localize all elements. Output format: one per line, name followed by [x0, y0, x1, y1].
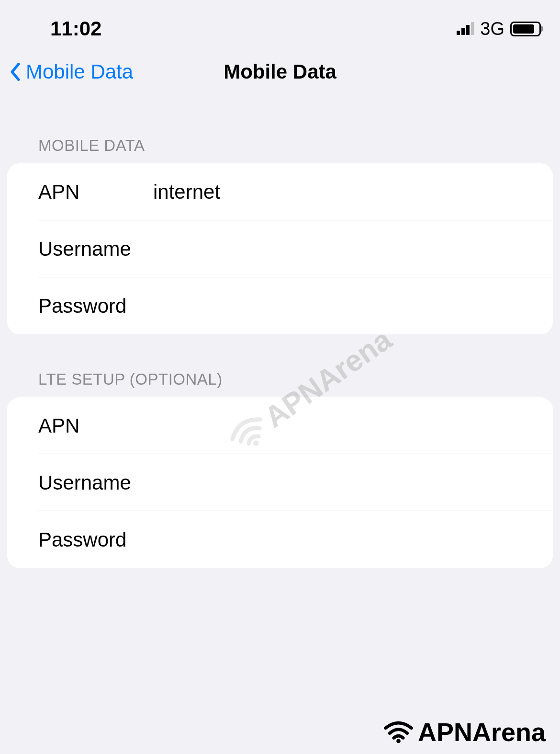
card-mobile-data: APN Username Password	[7, 163, 553, 334]
row-mobile-data-password[interactable]: Password	[7, 277, 553, 334]
page-title: Mobile Data	[224, 60, 336, 83]
network-type: 3G	[480, 19, 504, 39]
label-lte-apn: APN	[38, 414, 153, 437]
svg-point-1	[396, 739, 401, 743]
card-lte-setup: APN Username Password	[7, 397, 553, 568]
label-apn: APN	[38, 181, 153, 204]
label-lte-username: Username	[38, 471, 153, 494]
input-lte-password[interactable]	[153, 528, 534, 551]
status-right: 3G	[457, 19, 541, 39]
back-button[interactable]: Mobile Data	[9, 60, 133, 83]
watermark-bottom: APNArena	[383, 717, 546, 747]
signal-icon	[457, 23, 474, 35]
section-header-mobile-data: MOBILE DATA	[0, 101, 560, 163]
row-lte-username[interactable]: Username	[7, 454, 553, 511]
status-bar: 11:02 3G	[0, 0, 560, 53]
label-password: Password	[38, 295, 153, 318]
nav-bar: Mobile Data Mobile Data	[0, 53, 560, 101]
back-label: Mobile Data	[26, 60, 133, 83]
status-time: 11:02	[19, 17, 101, 40]
input-mobile-data-password[interactable]	[153, 295, 534, 318]
input-lte-apn[interactable]	[153, 414, 534, 437]
input-mobile-data-apn[interactable]	[153, 181, 534, 204]
label-lte-password: Password	[38, 528, 153, 551]
section-header-lte: LTE SETUP (OPTIONAL)	[0, 334, 560, 397]
chevron-left-icon	[9, 63, 22, 81]
label-username: Username	[38, 238, 153, 261]
row-lte-apn[interactable]: APN	[7, 397, 553, 454]
battery-icon	[510, 22, 541, 36]
row-mobile-data-username[interactable]: Username	[7, 220, 553, 277]
row-mobile-data-apn[interactable]: APN	[7, 163, 553, 220]
row-lte-password[interactable]: Password	[7, 511, 553, 568]
input-lte-username[interactable]	[153, 471, 534, 494]
input-mobile-data-username[interactable]	[153, 238, 534, 261]
wifi-icon	[383, 720, 414, 744]
